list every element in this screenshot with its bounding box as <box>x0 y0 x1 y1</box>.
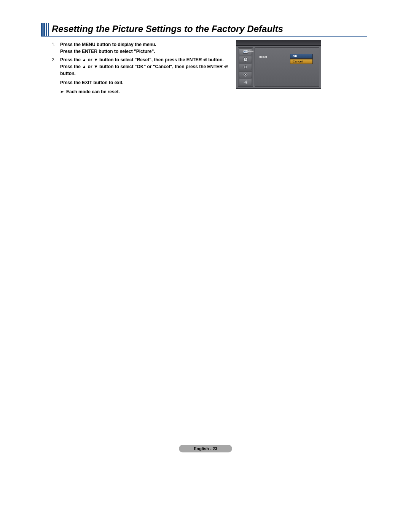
step-line: Press the ENTER button to select "Pictur… <box>60 48 234 55</box>
heading-accent-bars <box>41 23 49 36</box>
svg-rect-5 <box>247 81 247 84</box>
step-line: Press the ▲ or ▼ button to select "Reset… <box>60 56 234 63</box>
manual-page: Resetting the Picture Settings to the Fa… <box>0 0 411 532</box>
osd-sidebar: Picture <box>238 47 253 87</box>
section-heading: Resetting the Picture Settings to the Fa… <box>41 23 366 38</box>
osd-screenshot: Picture Reset OK <box>236 40 321 89</box>
osd-option-ok[interactable]: OK <box>290 54 313 59</box>
svg-point-4 <box>244 73 246 75</box>
page-footer-pill: English - 23 <box>179 445 232 452</box>
osd-option-cancel[interactable]: Cancel <box>290 59 313 64</box>
note-row: ➢ Each mode can be reset. <box>60 88 234 95</box>
sidebar-item-input[interactable] <box>239 79 252 86</box>
note-arrow-icon: ➢ <box>60 88 66 95</box>
step-line: button. <box>60 70 234 77</box>
sidebar-item-clock[interactable] <box>239 56 252 63</box>
heading-text: Resetting the Picture Settings to the Fa… <box>52 24 283 34</box>
step-1: 1. Press the MENU button to display the … <box>52 41 234 55</box>
osd-sidebar-active-label: Picture <box>246 50 253 52</box>
step-line: Press the ▲ or ▼ button to select "OK" o… <box>60 63 234 70</box>
step-2: 2. Press the ▲ or ▼ button to select "Re… <box>52 56 234 86</box>
speaker-icon <box>243 64 248 70</box>
input-icon <box>243 80 248 85</box>
clock-icon <box>243 57 248 62</box>
note-text: Each mode can be reset. <box>66 88 120 95</box>
step-line: Press the MENU button to display the men… <box>60 41 234 48</box>
osd-option-label-reset: Reset <box>259 55 267 59</box>
step-body: Press the MENU button to display the men… <box>60 41 234 55</box>
heading-underline <box>41 36 367 37</box>
instruction-list: 1. Press the MENU button to display the … <box>52 41 234 95</box>
step-number: 1. <box>52 41 60 55</box>
step-number: 2. <box>52 56 60 86</box>
osd-body: Picture Reset OK <box>236 46 321 88</box>
step-line: Press the EXIT button to exit. <box>60 79 234 86</box>
step-body: Press the ▲ or ▼ button to select "Reset… <box>60 56 234 86</box>
tools-icon <box>243 72 248 77</box>
sidebar-item-setup[interactable] <box>239 71 252 78</box>
osd-main-panel: Reset OK Cancel <box>255 47 319 87</box>
osd-header-bar <box>236 40 321 46</box>
sidebar-item-sound[interactable] <box>239 64 252 70</box>
